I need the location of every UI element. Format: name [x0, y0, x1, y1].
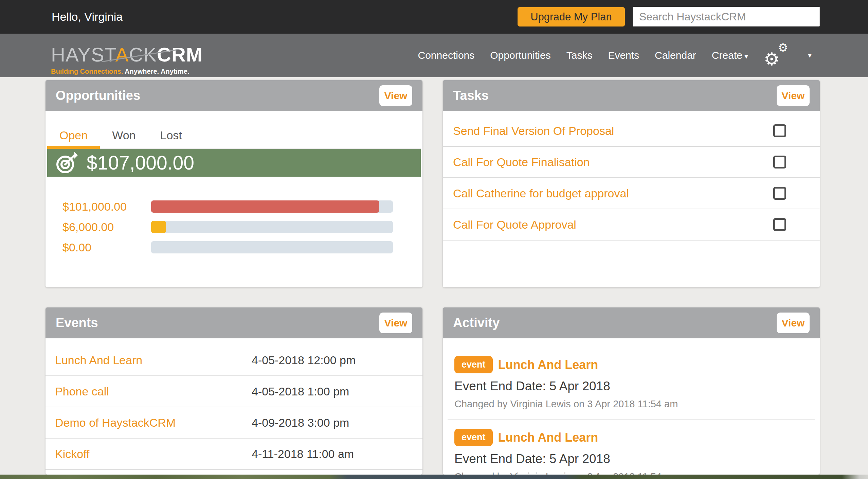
tab-won[interactable]: Won [100, 123, 148, 148]
chevron-down-icon: ▾ [744, 52, 748, 60]
bar-row: $101,000.00 [62, 200, 422, 213]
logo-tagline: Building Connections. Anywhere. Anytime. [51, 68, 177, 75]
bar-fill [151, 221, 166, 233]
event-type-badge: event [454, 356, 493, 373]
opportunities-card-title: Opportunities [56, 88, 140, 103]
bar-row: $0.00 [62, 241, 422, 253]
event-row: Demo of HaystackCRM 4-09-2018 3:00 pm [46, 407, 422, 439]
task-checkbox[interactable] [773, 124, 786, 137]
bar-track [151, 221, 393, 233]
task-link[interactable]: Call For Quote Approval [453, 218, 576, 231]
greeting-text: Hello, Virginia [52, 0, 123, 34]
logo-accent-letter: A [115, 43, 129, 66]
tasks-card: Tasks View Send Final Version Of Proposa… [443, 80, 820, 287]
task-row: Call For Quote Finalisation [443, 147, 820, 178]
bar-track [151, 200, 393, 213]
tasks-card-header: Tasks View [443, 80, 820, 111]
tasks-card-title: Tasks [453, 88, 489, 103]
activity-item-header: event Lunch And Learn [454, 356, 810, 373]
events-card-header: Events View [46, 307, 422, 338]
activity-item-detail: Event End Date: 5 Apr 2018 [454, 452, 810, 466]
task-row: Call Catherine for budget approval [443, 178, 820, 209]
bar-track [151, 241, 393, 253]
settings-menu[interactable]: ⚙ ⚙ [764, 43, 790, 67]
activity-item-detail: Event End Date: 5 Apr 2018 [454, 379, 810, 393]
divider [448, 419, 815, 420]
bar-label: $101,000.00 [62, 200, 151, 213]
event-link[interactable]: Kickoff [55, 447, 252, 461]
activity-item-header: event Lunch And Learn [454, 429, 810, 446]
nav-item-connections[interactable]: Connections [418, 50, 474, 61]
nav-item-opportunities[interactable]: Opportunities [490, 50, 550, 61]
events-view-button[interactable]: View [379, 313, 412, 333]
task-list: Send Final Version Of Proposal Call For … [443, 111, 820, 241]
tab-lost[interactable]: Lost [148, 123, 194, 148]
settings-chevron-down-icon: ▾ [808, 51, 812, 60]
event-row: Kickoff 4-11-2018 11:00 am [46, 439, 422, 470]
bar-row: $6,000.00 [62, 221, 422, 233]
activity-list: event Lunch And Learn Event End Date: 5 … [443, 338, 820, 475]
bar-fill [151, 200, 379, 213]
task-link[interactable]: Call Catherine for budget approval [453, 187, 629, 200]
events-card: Events View Lunch And Learn 4-05-2018 12… [46, 307, 422, 475]
opportunities-card: Opportunities View Open Won Lost $107,00… [46, 80, 422, 287]
upgrade-plan-button[interactable]: Upgrade My Plan [518, 7, 625, 26]
nav-links: Connections Opportunities Tasks Events C… [418, 34, 812, 77]
background-photo-strip [0, 475, 868, 479]
activity-card-title: Activity [453, 316, 500, 330]
nav-item-events[interactable]: Events [608, 50, 639, 61]
event-datetime: 4-11-2018 11:00 am [252, 447, 354, 461]
main-navbar: HAYSTACKCRM Building Connections. Anywhe… [0, 34, 868, 77]
task-link[interactable]: Send Final Version Of Proposal [453, 124, 614, 138]
event-datetime: 4-09-2018 3:00 pm [252, 416, 349, 429]
logo-wordmark: HAYSTACKCRM [51, 45, 177, 65]
events-card-title: Events [56, 316, 98, 330]
activity-item: event Lunch And Learn Event End Date: 5 … [454, 429, 810, 475]
task-checkbox[interactable] [773, 156, 786, 168]
tasks-view-button[interactable]: View [777, 85, 810, 106]
activity-item-link[interactable]: Lunch And Learn [498, 358, 598, 372]
nav-item-calendar[interactable]: Calendar [655, 50, 696, 61]
bar-label: $0.00 [62, 241, 151, 254]
top-bar: Hello, Virginia Upgrade My Plan [0, 0, 868, 34]
activity-card: Activity View event Lunch And Learn Even… [443, 307, 820, 475]
haystackcrm-logo[interactable]: HAYSTACKCRM Building Connections. Anywhe… [51, 45, 177, 75]
task-checkbox[interactable] [773, 187, 786, 200]
open-total-amount: $107,000.00 [87, 152, 194, 174]
event-datetime: 4-05-2018 12:00 pm [252, 354, 356, 367]
nav-item-create[interactable]: Create▾ [712, 50, 748, 61]
task-checkbox[interactable] [773, 218, 786, 231]
bullseye-target-icon [56, 152, 78, 174]
dashboard-grid: Opportunities View Open Won Lost $107,00… [46, 80, 820, 475]
gear-icon: ⚙ [764, 49, 780, 69]
opportunities-view-button[interactable]: View [379, 85, 412, 106]
search-input[interactable] [633, 7, 820, 26]
tab-open[interactable]: Open [47, 123, 100, 149]
event-datetime: 4-05-2018 1:00 pm [252, 385, 349, 398]
event-link[interactable]: Demo of HaystackCRM [55, 416, 252, 429]
activity-card-header: Activity View [443, 307, 820, 338]
activity-view-button[interactable]: View [777, 313, 810, 333]
activity-item-meta: Changed by Virginia Lewis on 3 Apr 2018 … [454, 471, 810, 475]
nav-item-tasks[interactable]: Tasks [566, 50, 593, 61]
event-link[interactable]: Lunch And Learn [55, 354, 252, 367]
open-total-banner: $107,000.00 [47, 149, 421, 177]
opportunities-bar-chart: $101,000.00 $6,000.00 $0.00 [46, 200, 422, 253]
opportunities-card-header: Opportunities View [46, 80, 422, 111]
event-list: Lunch And Learn 4-05-2018 12:00 pm Phone… [46, 338, 422, 470]
opportunities-tabs: Open Won Lost [47, 123, 421, 149]
activity-item-link[interactable]: Lunch And Learn [498, 430, 598, 445]
gear-icon-small: ⚙ [778, 41, 788, 54]
task-row: Call For Quote Approval [443, 209, 820, 241]
activity-item-meta: Changed by Virginia Lewis on 3 Apr 2018 … [454, 398, 810, 410]
event-type-badge: event [454, 429, 493, 446]
task-link[interactable]: Call For Quote Finalisation [453, 156, 590, 169]
dashboard-content: Opportunities View Open Won Lost $107,00… [0, 77, 868, 479]
event-row: Lunch And Learn 4-05-2018 12:00 pm [46, 345, 422, 376]
event-row: Phone call 4-05-2018 1:00 pm [46, 376, 422, 407]
event-link[interactable]: Phone call [55, 385, 252, 398]
bar-label: $6,000.00 [62, 220, 151, 234]
activity-item: event Lunch And Learn Event End Date: 5 … [454, 356, 810, 410]
task-row: Send Final Version Of Proposal [443, 116, 820, 147]
